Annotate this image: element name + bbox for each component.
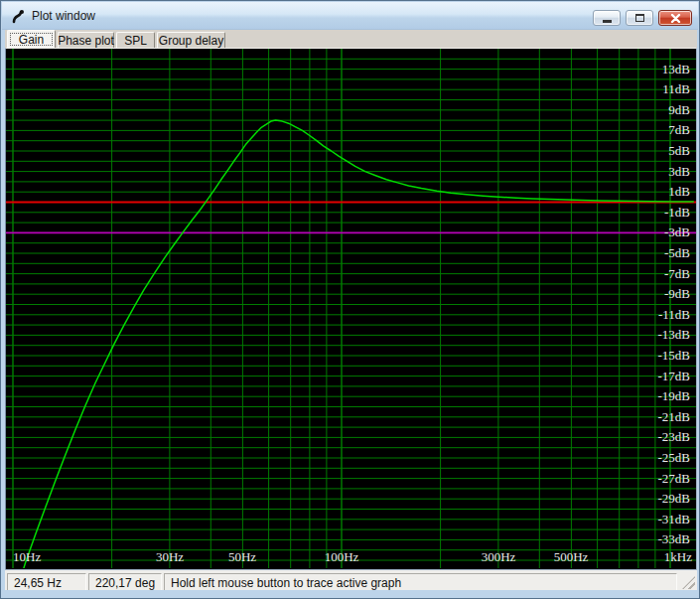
db-axis-label: -23dB [658, 430, 691, 443]
status-frequency: 24,65 Hz [7, 573, 86, 591]
window-frame-bottom [2, 590, 698, 597]
resize-grip[interactable] [682, 576, 695, 589]
minimize-icon [603, 20, 612, 23]
db-axis-label: -3dB [664, 225, 690, 238]
freq-axis-label: 30Hz [156, 550, 184, 563]
close-button[interactable] [658, 10, 692, 26]
db-axis-label: 1dB [668, 185, 690, 198]
db-axis-label: -5dB [664, 246, 690, 259]
db-axis-label: 7dB [668, 123, 690, 136]
tab-phase-plot[interactable]: Phase plot [58, 32, 114, 48]
db-axis-label: -19dB [658, 389, 691, 402]
db-axis-label: 5dB [668, 144, 690, 157]
status-hint: Hold left mouse button to trace active g… [164, 573, 677, 591]
plot-area[interactable]: 13dB11dB9dB7dB5dB3dB1dB-1dB-3dB-5dB-7dB-… [5, 48, 697, 569]
status-phase: 220,17 deg [88, 573, 162, 591]
tab-group-delay-label: Group delay [159, 34, 223, 48]
db-axis-label: -7dB [664, 267, 690, 280]
gain-response [20, 120, 694, 568]
tab-spl[interactable]: SPL [116, 32, 155, 48]
db-axis-label: 3dB [668, 165, 690, 178]
db-axis-label: -25dB [658, 451, 691, 464]
db-axis-label: -13dB [658, 328, 691, 341]
db-axis-label: 13dB [662, 63, 690, 75]
window-title: Plot window [32, 9, 95, 23]
tab-gain[interactable]: Gain [7, 30, 56, 48]
tab-group-delay[interactable]: Group delay [157, 32, 225, 48]
db-axis-label: -11dB [658, 308, 690, 321]
freq-axis-label: 500Hz [554, 550, 589, 563]
gain-plot-svg [6, 49, 696, 568]
status-bar: 24,65 Hz 220,17 deg Hold left mouse butt… [5, 569, 697, 592]
freq-axis-label: 100Hz [325, 550, 359, 563]
tab-gain-label: Gain [19, 33, 44, 47]
maximize-button[interactable] [626, 10, 653, 26]
db-axis-label: -21dB [658, 410, 691, 423]
tab-spl-label: SPL [124, 34, 147, 48]
plot-window: Plot window Gain Phase plot SPL [0, 0, 700, 599]
client-area: Gain Phase plot SPL Group delay 13dB11dB… [5, 30, 697, 592]
db-axis-label: -1dB [664, 206, 690, 219]
tab-strip: Gain Phase plot SPL Group delay [5, 30, 697, 48]
db-axis-label: 11dB [662, 82, 690, 95]
db-axis-label: -33dB [658, 532, 691, 545]
minimize-button[interactable] [593, 10, 621, 26]
db-axis-label: 9dB [668, 103, 690, 116]
title-bar[interactable]: Plot window [2, 2, 698, 30]
close-icon [670, 14, 681, 23]
freq-axis-label: 10Hz [13, 550, 41, 563]
db-axis-label: -17dB [658, 370, 691, 382]
db-axis-label: -31dB [658, 513, 691, 525]
freq-axis-label: 50Hz [228, 550, 256, 563]
db-axis-label: -9dB [664, 287, 690, 300]
maximize-icon [635, 14, 644, 22]
db-axis-label: -27dB [658, 472, 691, 485]
freq-axis-label: 300Hz [482, 550, 516, 563]
freq-axis-label: 1kHz [664, 550, 692, 563]
tab-phase-plot-label: Phase plot [58, 34, 114, 48]
app-icon [11, 9, 26, 24]
db-axis-label: -15dB [658, 349, 691, 362]
db-axis-label: -29dB [658, 492, 691, 505]
